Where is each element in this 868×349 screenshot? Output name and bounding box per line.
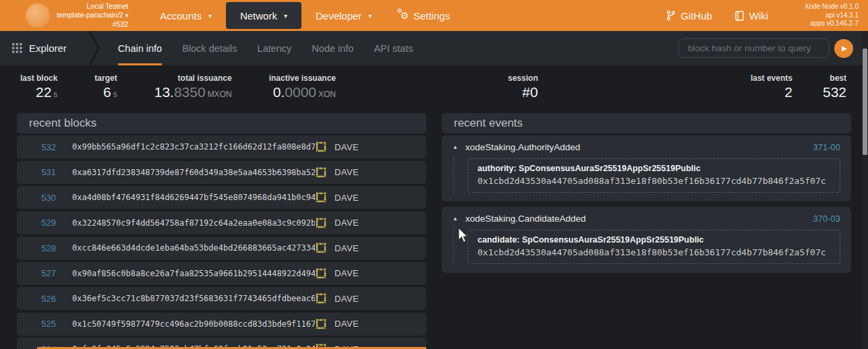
tabs: Chain info Block details Latency Node in… <box>118 31 413 65</box>
chain-best-block: #532 <box>57 20 128 29</box>
block-hash: 0x90af856c0b8a8ce26a7faa82535a9661b29514… <box>72 269 315 278</box>
recent-blocks-title: recent blocks <box>17 113 426 133</box>
chain-stats: last block 22s target 6s total issuance … <box>0 65 868 107</box>
chevron-down-icon: ▾ <box>125 12 129 19</box>
gear-icon: ⚙⚙ <box>400 11 409 20</box>
event-field-label: authority: SpConsensusAuraSr25519AppSr25… <box>478 164 830 173</box>
block-author[interactable]: DAVE <box>315 191 426 203</box>
recent-blocks-panel: recent blocks 532 0x99bb565a96df1c2c823c… <box>17 113 426 349</box>
block-author[interactable]: DAVE <box>315 292 426 305</box>
menu-settings[interactable]: ⚙⚙ Settings <box>386 2 464 29</box>
identicon <box>315 318 327 330</box>
chevron-down-icon: ▾ <box>284 12 287 20</box>
block-author[interactable]: DAVE <box>315 166 426 179</box>
block-hash: 0xcc846e663d4dcde1eba64ba53bde4bd2668836… <box>72 243 315 253</box>
block-hash: 0xa4d08bf4764931f84d6269447bf545e8074968… <box>72 193 315 202</box>
stat-target: target 6s <box>94 73 117 99</box>
table-row: 532 0x99bb565a96df1c2c823c37ca3212fc166d… <box>17 135 426 158</box>
stat-inactive-issuance: inactive issuance 0.0000XON <box>269 73 336 99</box>
recent-events-panel: recent events ▲ xodeStaking.AuthorityAdd… <box>442 113 851 278</box>
top-bar: Local Testnet template-parachain/2▾ #532… <box>0 0 868 31</box>
event-expand-toggle[interactable]: ▲ xodeStaking.AuthorityAdded 371-00 <box>453 142 840 152</box>
event-details: authority: SpConsensusAuraSr25519AppSr25… <box>467 158 840 193</box>
chain-info: Local Testnet template-parachain/2▾ #532 <box>57 2 128 29</box>
triangle-up-icon: ▲ <box>453 216 458 222</box>
block-number-link[interactable]: 526 <box>17 294 56 304</box>
block-author[interactable]: DAVE <box>315 141 426 153</box>
identicon <box>315 267 327 280</box>
menu-developer[interactable]: Developer▾ <box>301 2 386 29</box>
block-number-link[interactable]: 530 <box>17 193 56 203</box>
table-row: 530 0xa4d08bf4764931f84d6269447bf545e807… <box>17 186 426 209</box>
breadcrumb-explorer[interactable]: Explorer <box>12 42 67 54</box>
block-number-link[interactable]: 528 <box>17 243 56 253</box>
table-row: 525 0x1c50749f59877479cc496ac2b90b0088cc… <box>17 313 426 336</box>
block-number-link[interactable]: 531 <box>17 167 56 177</box>
scrollbar-thumb[interactable] <box>863 49 867 155</box>
tab-node-info[interactable]: Node info <box>312 31 353 65</box>
identicon <box>315 166 327 179</box>
block-query: ▶ <box>678 38 853 58</box>
tab-latency[interactable]: Latency <box>258 31 292 65</box>
stat-session: session #0 <box>508 73 538 99</box>
table-row: 529 0x32248570c9f4dd564758af87192c64a2ea… <box>17 212 426 234</box>
author-name: DAVE <box>335 243 359 253</box>
tab-api-stats[interactable]: API stats <box>374 31 413 65</box>
chevron-down-icon: ▾ <box>368 12 372 20</box>
event-expand-toggle[interactable]: ▲ xodeStaking.CandidateAdded 370-03 <box>453 214 840 224</box>
app-grid-icon <box>12 43 22 53</box>
table-row: 528 0xcc846e663d4dcde1eba64ba53bde4bd266… <box>17 236 426 259</box>
table-row: 526 0x36ef5c3cc71c8b877037d23f5683631f77… <box>17 287 426 310</box>
block-author[interactable]: DAVE <box>315 217 426 229</box>
block-hash: 0x36ef5c3cc71c8b877037d23f5683631f774346… <box>72 294 315 303</box>
breadcrumb-label: Explorer <box>29 42 67 54</box>
stat-last-block: last block 22s <box>20 73 57 99</box>
event-index-link[interactable]: 370-03 <box>813 214 840 224</box>
block-author[interactable]: DAVE <box>315 318 426 330</box>
play-icon: ▶ <box>842 44 847 52</box>
author-name: DAVE <box>335 268 359 278</box>
table-row: 527 0x90af856c0b8a8ce26a7faa82535a9661b2… <box>17 262 426 285</box>
author-name: DAVE <box>335 319 359 329</box>
recent-events-title: recent events <box>442 113 851 133</box>
block-number-link[interactable]: 532 <box>17 142 56 152</box>
block-number-link[interactable]: 529 <box>17 218 56 228</box>
block-author[interactable]: DAVE <box>315 267 426 280</box>
author-name: DAVE <box>335 142 359 152</box>
author-name: DAVE <box>335 294 359 304</box>
author-name: DAVE <box>335 218 359 228</box>
block-query-input[interactable] <box>678 38 830 58</box>
query-submit-button[interactable]: ▶ <box>834 39 853 58</box>
app-window: Local Testnet template-parachain/2▾ #532… <box>0 0 868 349</box>
block-hash: 0x1c50749f59877479cc496ac2b90b0088ccd83d… <box>72 319 315 329</box>
author-name: DAVE <box>335 167 359 177</box>
author-name: DAVE <box>335 193 359 203</box>
chain-avatar <box>26 3 50 28</box>
menu-accounts[interactable]: Accounts▾ <box>146 2 226 29</box>
stat-best: best 532 <box>823 73 846 99</box>
breadcrumb-separator <box>88 31 100 65</box>
menu-network[interactable]: Network▾ <box>226 2 301 29</box>
tab-chain-info[interactable]: Chain info <box>118 31 162 65</box>
event-field-value: 0x1cbd2d43530a44705ad088af313e18f80b53ef… <box>478 176 830 186</box>
github-link[interactable]: GitHub <box>666 10 712 22</box>
wiki-link[interactable]: Wiki <box>735 10 768 22</box>
tab-bar: Explorer Chain info Block details Latenc… <box>0 31 868 65</box>
block-number-link[interactable]: 525 <box>17 319 56 329</box>
main-menu: Accounts▾ Network▾ Developer▾ ⚙⚙ Setting… <box>146 0 464 31</box>
github-icon <box>666 10 675 21</box>
block-number-link[interactable]: 527 <box>17 268 56 278</box>
event-card: ▲ xodeStaking.CandidateAdded 370-03 cand… <box>442 207 851 273</box>
identicon <box>315 191 327 203</box>
node-version: Xode Node v0.1.0 <box>805 3 859 11</box>
event-details: candidate: SpConsensusAuraSr25519AppSr25… <box>467 230 840 264</box>
tab-block-details[interactable]: Block details <box>182 31 237 65</box>
event-field-label: candidate: SpConsensusAuraSr25519AppSr25… <box>478 235 830 245</box>
block-author[interactable]: DAVE <box>315 242 426 254</box>
block-hash: 0xa6317dfd238348739de87f60d349a38e5aa465… <box>72 168 315 177</box>
block-hash: 0x32248570c9f4dd564758af87192c64a2eaa0e0… <box>72 218 315 228</box>
chain-selector[interactable]: Local Testnet template-parachain/2▾ #532 <box>26 2 128 29</box>
event-index-link[interactable]: 371-00 <box>813 142 840 152</box>
apps-version: apps v0.146.2-7 <box>805 20 859 28</box>
chain-name: Local Testnet <box>57 2 128 11</box>
